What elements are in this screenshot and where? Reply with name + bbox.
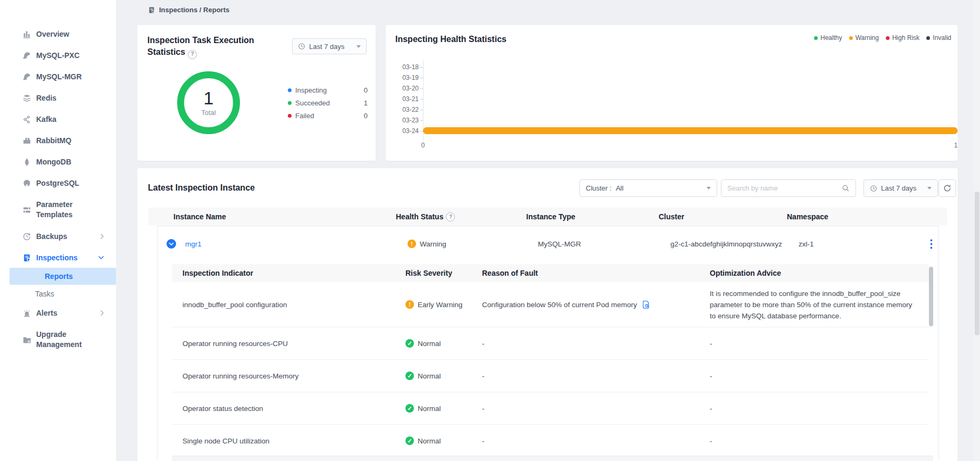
optimization-advice: - <box>710 338 918 349</box>
legend-label: Succeeded <box>295 99 330 107</box>
dolphin-icon <box>22 72 31 81</box>
indicator-name: Operator running resources-Memory <box>182 372 395 380</box>
severity-label: Normal <box>418 405 441 413</box>
warning-icon: ! <box>405 300 414 309</box>
sidebar-item-redis[interactable]: Redis <box>0 87 116 109</box>
sidebar-item-mysql-pxc[interactable]: MySQL-PXC <box>0 45 116 66</box>
y-tick-mark <box>419 67 423 68</box>
health-bar-chart: 03-1803-1903-2003-2103-2203-2303-24 0 1 <box>395 62 958 150</box>
sidebar-item-upgrade-management[interactable]: Upgrade Management <box>0 324 116 356</box>
search-icon[interactable] <box>842 184 850 192</box>
check-icon: ✓ <box>405 339 414 348</box>
search-input[interactable]: Search by name <box>721 179 856 197</box>
chart-row: 03-21 <box>395 94 958 104</box>
reason-text: - <box>482 437 485 445</box>
rabbitmq-icon <box>22 136 31 145</box>
severity-label: Normal <box>418 437 441 445</box>
sidebar-item-alerts[interactable]: Alerts <box>0 302 116 324</box>
sidebar-item-kafka[interactable]: Kafka <box>0 109 116 130</box>
bar-segment-warning[interactable] <box>423 127 958 134</box>
severity-label: Normal <box>418 372 441 380</box>
sidebar-item-mysql-mgr[interactable]: MySQL-MGR <box>0 66 116 87</box>
inspection-doc-icon <box>148 6 155 14</box>
sidebar-item-parameter-templates[interactable]: Parameter Templates <box>0 194 116 226</box>
reason-text: - <box>482 340 485 348</box>
collapse-row-button[interactable] <box>167 226 176 261</box>
sidebar-item-tasks[interactable]: Tasks <box>0 285 116 302</box>
task-donut-chart: 1 Total <box>177 71 240 134</box>
detail-table-scrollbar[interactable] <box>929 267 933 326</box>
severity-label: Normal <box>418 340 441 348</box>
legend-item[interactable]: Invalid <box>926 34 951 42</box>
clock-icon <box>870 185 877 192</box>
table-row: mgr1 ! Warning MySQL-MGR g2-c1-abcdefghi… <box>157 226 939 261</box>
optimization-advice: - <box>710 403 918 414</box>
legend-item: Inspecting0 <box>288 84 368 96</box>
reason-text: - <box>482 372 485 380</box>
breadcrumb: Inspections / Reports <box>148 6 229 14</box>
bar-chart-icon <box>22 30 31 39</box>
y-tick-label: 03-19 <box>395 74 419 81</box>
sidebar: Overview MySQL-PXC MySQL-MGR Redis Kafka… <box>0 0 116 461</box>
x-tick-min: 0 <box>421 142 425 149</box>
legend-label: Warning <box>856 34 879 42</box>
nodes-icon <box>22 115 31 124</box>
instance-name-link[interactable]: mgr1 <box>185 226 202 261</box>
cluster-value: g2-c1-abcdefghijklmnopqrstuvwxyz <box>670 226 782 261</box>
bar-track <box>423 126 958 136</box>
col-cluster: Cluster <box>659 208 684 226</box>
reason-of-fault: - <box>482 405 701 413</box>
sidebar-item-rabbitmq[interactable]: RabbitMQ <box>0 130 116 151</box>
sidebar-item-backups[interactable]: Backups <box>0 226 116 247</box>
check-icon: ✓ <box>405 437 414 445</box>
sidebar-item-postgresql[interactable]: PostgreSQL <box>0 172 116 194</box>
x-tick-max: 1 <box>954 142 958 149</box>
legend-item[interactable]: Healthy <box>814 34 842 42</box>
task-donut-legend: Inspecting0Succeeded1Failed0 <box>288 84 368 122</box>
instance-type-value: MySQL-MGR <box>538 226 581 261</box>
y-tick-label: 03-22 <box>395 106 419 113</box>
reason-text: - <box>482 405 485 413</box>
next-row-partial <box>172 456 933 461</box>
optimization-advice: - <box>710 435 918 447</box>
legend-label: High Risk <box>892 34 919 42</box>
chevron-down-icon <box>356 45 361 48</box>
task-time-filter-dropdown[interactable]: Last 7 days <box>292 38 367 54</box>
reason-text: Configuration below 50% of current Pod m… <box>482 301 637 309</box>
risk-severity-badge: ✓Normal <box>405 339 441 348</box>
severity-label: Early Warning <box>418 301 462 309</box>
cluster-filter-dropdown[interactable]: Cluster : All <box>579 179 717 197</box>
chart-row: 03-18 <box>395 62 958 72</box>
legend-item[interactable]: High Risk <box>886 34 919 42</box>
refresh-icon <box>943 184 951 192</box>
page-scrollbar-thumb[interactable] <box>975 192 979 335</box>
reason-of-fault: - <box>482 437 701 445</box>
legend-item[interactable]: Warning <box>849 34 879 42</box>
sidebar-item-overview[interactable]: Overview <box>0 23 116 45</box>
instance-time-filter-dropdown[interactable]: Last 7 days <box>863 179 938 197</box>
row-actions-menu-button[interactable] <box>930 239 933 249</box>
search-placeholder: Search by name <box>727 184 778 192</box>
health-chart-legend: HealthyWarningHigh RiskInvalid <box>814 34 951 42</box>
legend-value: 0 <box>364 86 368 94</box>
detail-row: Operator running resources-CPU✓Normal-- <box>172 327 929 360</box>
layers-icon <box>22 94 31 103</box>
legend-dot <box>288 114 292 118</box>
report-doc-icon[interactable] <box>642 300 650 309</box>
help-icon[interactable]: ? <box>188 50 197 59</box>
legend-dot <box>886 36 890 40</box>
donut-total-label: Total <box>201 109 215 117</box>
latest-inspection-card: Latest Inspection Instance Cluster : All… <box>137 168 958 461</box>
sidebar-item-inspections[interactable]: Inspections <box>0 247 116 268</box>
y-tick-label: 03-23 <box>395 117 419 124</box>
col-instance-type: Instance Type <box>526 208 575 226</box>
legend-dot <box>926 36 930 40</box>
legend-dot <box>814 36 818 40</box>
help-icon[interactable]: ? <box>446 212 455 221</box>
expanded-instance-block: mgr1 ! Warning MySQL-MGR g2-c1-abcdefghi… <box>157 226 939 461</box>
check-icon: ✓ <box>405 372 414 380</box>
refresh-button[interactable] <box>939 179 956 197</box>
sidebar-item-reports[interactable]: Reports <box>10 268 116 285</box>
sidebar-item-mongodb[interactable]: MongoDB <box>0 151 116 172</box>
chart-row: 03-22 <box>395 104 958 115</box>
